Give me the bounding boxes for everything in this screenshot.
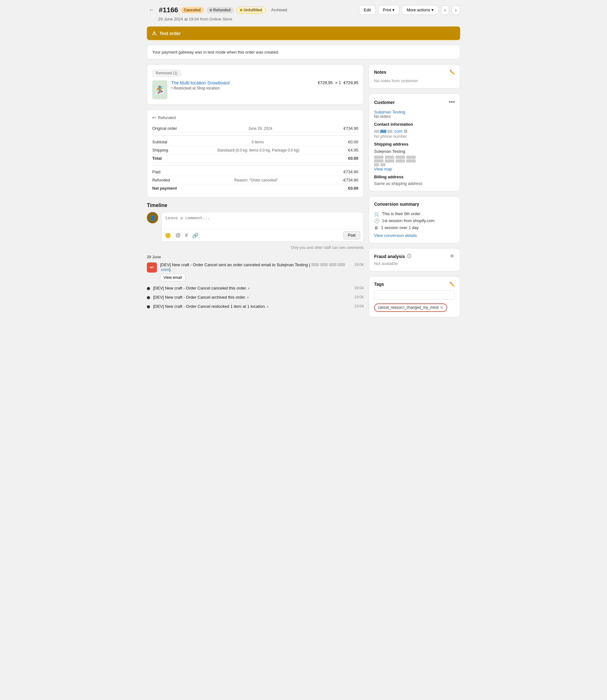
alert-message: Your payment gateway was in test mode wh… — [152, 50, 279, 55]
tags-edit-icon[interactable]: ✏️ — [449, 282, 455, 287]
refunded-dot — [210, 9, 212, 11]
emoji-button[interactable]: 🙂 — [165, 233, 171, 238]
product-details: The Multi-location Snowboard • Restocked… — [171, 80, 314, 90]
refund-row-shipping: Shipping Standaard (0.0 kg: Items 0.0 kg… — [152, 146, 358, 154]
refund-icon: ↩ — [152, 115, 156, 120]
customer-title: Customer — [374, 100, 395, 105]
tag-chip-label: cancel_reason:i_changed_my_mind — [378, 305, 438, 310]
addr-obf10 — [380, 163, 385, 166]
timeline-dot-restock — [147, 305, 150, 309]
view-conversion-link[interactable]: View conversion details — [374, 233, 455, 238]
mention-button[interactable]: @ — [175, 233, 181, 238]
conversion-session-days: 🖥 1 session over 1 day — [374, 224, 455, 231]
test-order-info: Your payment gateway was in test mode wh… — [147, 45, 460, 59]
paid-value: €734.90 — [343, 169, 358, 174]
email-domain: .com — [160, 267, 169, 272]
refunded-reason: Reason: "Order canceled" — [234, 178, 278, 183]
shipping-name: Sulejman Testing — [374, 148, 455, 155]
print-button[interactable]: Print ▾ — [378, 5, 400, 15]
net-value: €0.00 — [348, 186, 358, 191]
view-email-button[interactable]: View email — [160, 274, 185, 281]
user-avatar: 👤 — [147, 212, 158, 224]
session-text: 1st session from shopify.com — [382, 218, 435, 223]
contact-email-row: .com ⧉ — [374, 129, 455, 134]
nav-next-button[interactable]: › — [452, 5, 460, 15]
order-subtitle: 29 June 2024 at 19:04 from Online Store — [158, 17, 460, 21]
badge-refunded: Refunded — [206, 7, 234, 13]
subtotal-label: Subtotal — [152, 140, 167, 144]
comment-input[interactable] — [162, 212, 363, 228]
timeline-time-3: 19:04 — [354, 295, 364, 299]
timeline-content-cancel: [DEV] New craft - Order Cancel canceled … — [153, 286, 364, 291]
refunded-section-title: Refunded — [158, 115, 175, 120]
addr-obf9 — [374, 163, 379, 166]
fraud-title-text: Fraud analysis — [374, 254, 405, 259]
obf3 — [329, 263, 337, 266]
notes-edit-icon[interactable]: ✏️ — [449, 70, 455, 75]
timeline-cancel-text: [DEV] New craft - Order Cancel canceled … — [153, 286, 250, 291]
timeline-time-1: 19:04 — [354, 262, 364, 267]
fraud-title: Fraud analysis ⓘ — [374, 254, 411, 259]
product-pricing: €729,95 × 1 €729,95 — [318, 80, 358, 85]
shipping-detail: Standaard (0.0 kg: Items 0.0 kg, Package… — [217, 148, 299, 152]
obf2 — [320, 263, 328, 266]
customer-name-link[interactable]: Sulejman Testing — [374, 110, 405, 114]
customer-more-button[interactable]: ••• — [449, 99, 455, 106]
newcraft-icon: NC — [150, 266, 154, 269]
timeline-content-email: [DEV] New craft - Order Cancel sent an o… — [160, 262, 364, 281]
comment-box: 👤 🙂 @ # 🔗 Post — [147, 212, 364, 241]
fraud-eye-icon[interactable]: 👁 — [450, 254, 455, 259]
email-domain-right[interactable]: .com — [393, 129, 402, 133]
clock-icon: 🕐 — [374, 218, 379, 224]
fraud-info-icon[interactable]: ⓘ — [407, 254, 411, 259]
refunded-label-icon: ↩ Refunded — [152, 115, 358, 120]
shipping-label: Shipping — [152, 148, 168, 152]
refund-row-subtotal: Subtotal 0 items €0.00 — [152, 138, 358, 146]
shipping-title: Shipping address — [374, 142, 455, 147]
conversion-card: Conversion summary 🛒 This is their 0th o… — [369, 196, 460, 243]
timeline-title: Timeline — [147, 203, 364, 208]
notes-title: Notes — [374, 70, 386, 75]
billing-title: Billing address — [374, 174, 455, 179]
original-order-date: June 29, 2024 — [248, 126, 272, 131]
back-button[interactable]: ← — [147, 6, 156, 14]
view-map-link[interactable]: View map — [374, 167, 392, 171]
avatar-placeholder: 👤 — [150, 215, 155, 220]
product-row: 🏂 The Multi-location Snowboard • Restock… — [152, 80, 358, 99]
addr-obf3 — [396, 156, 405, 159]
edit-button[interactable]: Edit — [359, 5, 375, 15]
timeline-item-email: NC [DEV] New craft - Order Cancel sent a… — [147, 262, 364, 281]
addr-obf1 — [374, 156, 383, 159]
tags-title: Tags — [374, 282, 384, 287]
print-chevron-icon: ▾ — [392, 7, 395, 12]
timeline-content-archive: [DEV] New craft - Order Cancel archived … — [153, 295, 364, 300]
tag-chip-0: cancel_reason:i_changed_my_mind ✕ — [374, 303, 447, 312]
post-button[interactable]: Post — [343, 231, 360, 239]
timeline-badge-email: NC — [147, 262, 157, 273]
removed-card: Removed (1) 🏂 The Multi-location Snowboa… — [147, 64, 364, 105]
refund-row-original: Original order June 29, 2024 €734.90 — [152, 124, 358, 133]
notes-card: Notes ✏️ No notes from customer — [369, 64, 460, 88]
obf1 — [311, 263, 319, 266]
timeline-restock-text: [DEV] New craft - Order Cancel restocked… — [153, 304, 269, 309]
more-actions-button[interactable]: More actions ▾ — [402, 5, 438, 15]
nav-prev-button[interactable]: ‹ — [441, 5, 449, 15]
refunded-label-text: Refunded — [152, 178, 170, 183]
hashtag-button[interactable]: # — [185, 233, 188, 238]
timeline-item-cancel: [DEV] New craft - Order Cancel canceled … — [147, 286, 364, 291]
addr-obf8 — [406, 160, 416, 163]
addr-obf2 — [385, 156, 394, 159]
email-obfuscated: .com — [374, 129, 402, 133]
comment-input-wrapper: 🙂 @ # 🔗 Post — [161, 212, 364, 241]
link-button[interactable]: 🔗 — [192, 233, 198, 238]
tags-input[interactable] — [374, 291, 455, 300]
timeline-section: Timeline 👤 🙂 @ # 🔗 — [147, 203, 364, 313]
email-obf1 — [374, 130, 379, 133]
copy-email-icon[interactable]: ⧉ — [404, 129, 407, 134]
refund-row-paid: Paid €734.90 — [152, 168, 358, 176]
product-name[interactable]: The Multi-location Snowboard — [171, 80, 314, 85]
staff-note: Only you and other staff can see comment… — [147, 246, 364, 250]
removed-label: Removed (1) — [152, 70, 181, 77]
tag-remove-button[interactable]: ✕ — [440, 305, 443, 310]
shipping-address: Sulejman Testing — [374, 148, 455, 166]
